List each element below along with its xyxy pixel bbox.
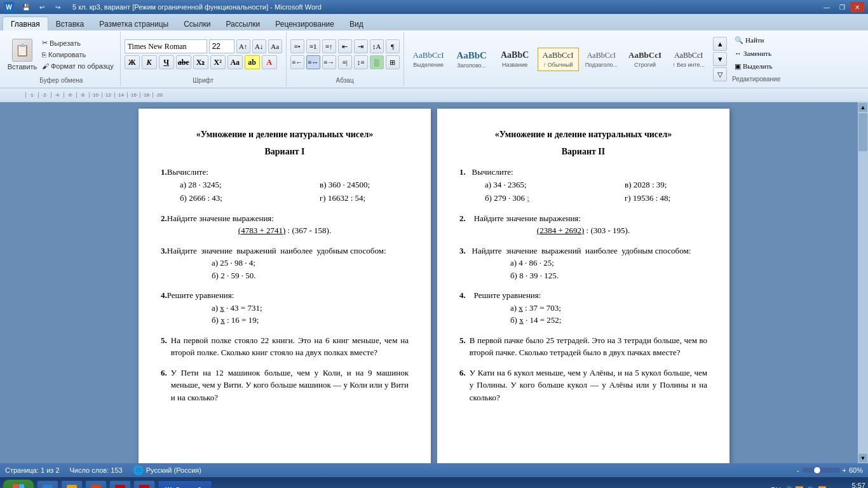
- align-left-button[interactable]: ≡←: [290, 55, 304, 69]
- task5-v1-content: 5. На первой полке стояло 22 книги. Это …: [161, 334, 409, 359]
- start-button[interactable]: [3, 479, 34, 488]
- style-strict[interactable]: AaBbCcI Строгий: [624, 48, 666, 71]
- subscript-button[interactable]: X₂: [193, 55, 208, 69]
- undo-icon[interactable]: ↩: [35, 2, 49, 12]
- tab-layout[interactable]: Разметка страницы: [92, 17, 176, 30]
- task3-v2: 3. Найдите значение выражений наиболее у…: [459, 245, 707, 282]
- task6-v2-num: 6.: [459, 367, 466, 404]
- minimize-button[interactable]: —: [820, 2, 834, 12]
- style-name[interactable]: AaBbС Название: [494, 48, 536, 71]
- style-heading[interactable]: AaBbС Заголово...: [451, 48, 492, 71]
- tab-insert[interactable]: Вставка: [48, 17, 92, 30]
- decrease-indent-button[interactable]: ⇤: [338, 39, 352, 53]
- italic-button[interactable]: К: [142, 55, 157, 69]
- zoom-level: 60%: [849, 466, 863, 474]
- highlight-button[interactable]: ab: [245, 55, 260, 69]
- numbering-button[interactable]: ≡1: [306, 39, 320, 53]
- close-button[interactable]: ✕: [850, 2, 864, 12]
- paste-button[interactable]: 📋 Вставить: [6, 36, 38, 74]
- borders-button[interactable]: ⊞: [386, 55, 400, 69]
- style-name-label: Название: [502, 62, 527, 68]
- tab-home[interactable]: Главная: [3, 17, 48, 30]
- taskbar-mediaplayer[interactable]: ▶: [85, 480, 107, 488]
- status-bar: Страница: 1 из 2 Число слов: 153 🌐 Русск…: [0, 463, 868, 477]
- zoom-slider[interactable]: [802, 468, 840, 473]
- redo-icon[interactable]: ↪: [51, 2, 65, 12]
- style-normal-label: ↑ Обычный: [543, 62, 573, 68]
- style-selection[interactable]: AaBbCcI Выделение: [408, 48, 449, 71]
- scroll-down-button[interactable]: ▼: [858, 454, 867, 463]
- network-icon[interactable]: 📶: [795, 486, 804, 489]
- style-subtitle[interactable]: AaBbCcI Подзаголо...: [581, 48, 622, 71]
- vertical-scrollbar[interactable]: ▲ ▼: [858, 102, 868, 463]
- case-button[interactable]: Аа: [227, 55, 243, 69]
- style-normal[interactable]: AaBbCcI ↑ Обычный: [538, 48, 579, 71]
- styles-expand-button[interactable]: ▽: [713, 67, 727, 81]
- tab-view[interactable]: Вид: [342, 17, 371, 30]
- shading-button[interactable]: ░: [370, 55, 384, 69]
- clear-format-button[interactable]: Aa: [268, 39, 282, 53]
- font-grow-button[interactable]: A↑: [236, 39, 250, 53]
- style-heading-label: Заголово...: [457, 62, 486, 69]
- zoom-controls[interactable]: - + 60%: [797, 466, 863, 474]
- bold-button[interactable]: Ж: [125, 55, 140, 69]
- tab-mailings[interactable]: Рассылки: [218, 17, 268, 30]
- select-button[interactable]: ▣ Выделить: [732, 61, 780, 72]
- bullets-button[interactable]: ≡•: [290, 39, 304, 53]
- para-row2: ≡← ≡↔ ≡→ ≡| ↕≡ ░ ⊞: [290, 55, 400, 69]
- styles-up-button[interactable]: ▲: [713, 37, 727, 51]
- task5-v1-num: 5.: [161, 334, 167, 359]
- taskbar-yandex2[interactable]: Я: [133, 480, 155, 488]
- task4-v2: 4. Решите уравнения: а) x : 37 = 703; б)…: [459, 289, 707, 327]
- superscript-button[interactable]: X²: [210, 55, 226, 69]
- style-selection-preview: AaBbCcI: [413, 50, 444, 60]
- tab-review[interactable]: Рецензирование: [268, 17, 342, 30]
- zoom-in-icon[interactable]: +: [843, 466, 846, 474]
- taskbar-word[interactable]: W 5 кл. кр3...: [158, 480, 212, 488]
- format-painter-button[interactable]: 🖌 Формат по образцу: [39, 61, 116, 71]
- style-no-interval[interactable]: AaBbCcI ↑ Без инте...: [668, 48, 709, 71]
- increase-indent-button[interactable]: ⇥: [354, 39, 368, 53]
- zoom-slider-thumb[interactable]: [813, 466, 821, 474]
- task2-v2-expr: (2384 + 2692) : (303 - 195).: [459, 224, 707, 237]
- volume-icon[interactable]: 🔊: [783, 486, 792, 489]
- justify-button[interactable]: ≡|: [338, 55, 352, 69]
- strikethrough-button[interactable]: abc: [176, 55, 191, 69]
- align-center-button[interactable]: ≡↔: [306, 55, 320, 69]
- show-marks-button[interactable]: ¶: [386, 39, 400, 53]
- clipboard-group: 📋 Вставить ✂ Вырезать ⎘ Копировать 🖌 Фор…: [3, 32, 121, 86]
- replace-button[interactable]: ↔ Заменить: [732, 48, 780, 58]
- task1-v2-title: 1. Вычислите:: [459, 166, 707, 179]
- taskbar-ie[interactable]: e: [37, 480, 58, 488]
- tab-references[interactable]: Ссылки: [176, 17, 218, 30]
- ruler-marks: ·1· ·2· ·4· ·6· ·8· ·10· ·12· ·14· ·16· …: [25, 92, 165, 98]
- task1-v2-row1: а) 34 · 2365; в) 2028 : 39;: [485, 179, 707, 191]
- taskbar-yandex[interactable]: Я: [109, 480, 131, 488]
- scroll-thumb[interactable]: [858, 113, 867, 151]
- font-shrink-button[interactable]: A↓: [252, 39, 266, 53]
- cut-button[interactable]: ✂ Вырезать: [39, 37, 116, 48]
- styles-down-button[interactable]: ▼: [713, 52, 727, 66]
- font-color-button[interactable]: A: [262, 55, 277, 69]
- paste-label: Вставить: [8, 63, 37, 71]
- scroll-up-button[interactable]: ▲: [858, 103, 867, 112]
- language-status[interactable]: 🌐 Русский (Россия): [133, 465, 201, 475]
- find-button[interactable]: 🔍 Найти: [732, 35, 780, 46]
- line-spacing-button[interactable]: ↕≡: [354, 55, 368, 69]
- copy-button[interactable]: ⎘ Копировать: [39, 50, 116, 60]
- style-subtitle-label: Подзаголо...: [585, 62, 618, 68]
- sort-button[interactable]: ↕A: [370, 39, 384, 53]
- task3-v2-items: а) 4 · 86 · 25; б) 8 · 39 · 125.: [459, 257, 707, 281]
- align-right-button[interactable]: ≡→: [322, 55, 336, 69]
- multilevel-button[interactable]: ≡↑: [322, 39, 336, 53]
- underline-button[interactable]: Ч: [159, 55, 174, 69]
- font-name-input[interactable]: [125, 39, 207, 53]
- font-size-input[interactable]: [209, 39, 234, 53]
- zoom-out-icon[interactable]: -: [797, 466, 799, 474]
- save-icon[interactable]: 💾: [19, 2, 33, 12]
- taskbar-explorer[interactable]: 📁: [61, 480, 83, 488]
- task6-v1-num: 6.: [161, 367, 167, 404]
- task1-v1: 1.Вычислите: а) 28 · 3245; в) 360 · 2450…: [161, 166, 409, 205]
- restore-button[interactable]: ❐: [835, 2, 849, 12]
- clipboard-small-buttons: ✂ Вырезать ⎘ Копировать 🖌 Формат по обра…: [39, 37, 116, 71]
